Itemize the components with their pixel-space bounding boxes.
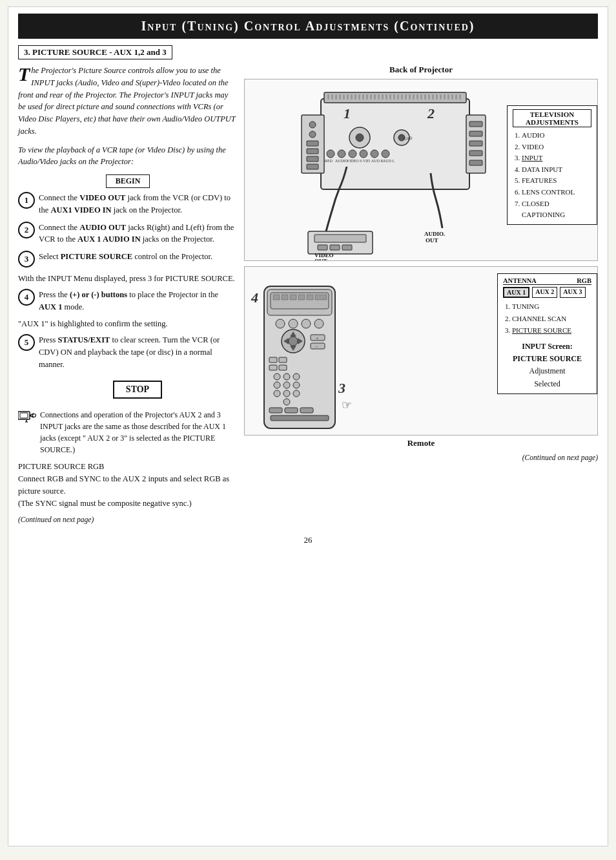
- rgb-text: PICTURE SOURCE RGB Connect RGB and SYNC …: [18, 461, 238, 509]
- note-svg-icon: [18, 409, 36, 423]
- svg-rect-28: [401, 94, 403, 100]
- note-text: Connections and operation of the Project…: [40, 409, 238, 456]
- tv-adj-item-6: LENS CONTROL: [522, 187, 591, 198]
- svg-rect-36: [432, 94, 434, 100]
- svg-rect-108: [311, 343, 325, 349]
- svg-point-118: [283, 382, 290, 388]
- remote-diagram: 4: [244, 266, 598, 435]
- svg-rect-22: [378, 94, 380, 100]
- svg-point-122: [293, 390, 300, 397]
- svg-text:OUT: OUT: [314, 258, 327, 260]
- page-header: Input (Tuning) Control Adjustments (Cont…: [18, 14, 598, 39]
- svg-rect-35: [428, 94, 430, 100]
- svg-rect-52: [469, 121, 482, 127]
- svg-point-4: [33, 414, 36, 417]
- svg-rect-79: [330, 245, 340, 250]
- svg-rect-53: [469, 131, 482, 136]
- intro-paragraph: The Projector's Picture Source controls …: [18, 65, 238, 138]
- svg-rect-38: [440, 94, 442, 100]
- aux3-box: AUX 3: [560, 287, 585, 298]
- svg-rect-17: [358, 94, 360, 100]
- svg-rect-126: [300, 408, 313, 413]
- step-circle-1: 1: [18, 192, 35, 209]
- page: Input (Tuning) Control Adjustments (Cont…: [8, 6, 608, 846]
- tv-adj-item-1: AUDIO: [522, 130, 591, 142]
- svg-point-101: [289, 337, 298, 346]
- note-block: Connections and operation of the Project…: [18, 409, 238, 456]
- svg-point-120: [274, 390, 280, 397]
- svg-rect-78: [318, 245, 327, 250]
- svg-rect-49: [307, 156, 318, 162]
- begin-label: BEGIN: [116, 176, 141, 185]
- svg-text:AUD L: AUD L: [383, 159, 395, 163]
- tv-adj-item-4: DATA INPUT: [522, 164, 591, 176]
- svg-rect-111: [279, 357, 287, 362]
- antenna-panel: ANTENNA RGB AUX 1 AUX 2 AUX 3 TUNING CHA…: [497, 273, 597, 394]
- svg-rect-54: [469, 141, 482, 146]
- svg-rect-124: [269, 408, 282, 413]
- input-screen-line4: Selected: [534, 379, 560, 388]
- step-text-2: Connect the AUDIO OUT jacks R(ight) and …: [39, 222, 238, 246]
- continued-left: (Continued on next page): [18, 516, 238, 523]
- step-text-3: Select PICTURE SOURCE control on the Pro…: [39, 251, 212, 263]
- aux1-confirm: "AUX 1" is highlighted to confirm the se…: [18, 318, 238, 330]
- continued-right: (Continued on next page): [244, 454, 598, 461]
- stop-label: STOP: [126, 384, 149, 394]
- step-text-1: Connect the VIDEO OUT jack from the VCR …: [39, 192, 238, 216]
- ant-title-row: ANTENNA RGB: [503, 277, 591, 285]
- svg-rect-125: [285, 408, 298, 413]
- step-2: 2 Connect the AUDIO OUT jacks R(ight) an…: [18, 222, 238, 246]
- svg-point-121: [283, 390, 290, 397]
- svg-text:S-VID: S-VID: [360, 159, 371, 163]
- svg-point-99: [314, 319, 323, 328]
- svg-point-58: [356, 134, 364, 142]
- svg-rect-25: [389, 94, 391, 100]
- remote-svg: 4: [245, 267, 413, 435]
- svg-text:OUT: OUT: [426, 237, 438, 244]
- step-num-4: 4: [25, 292, 29, 302]
- intro-text-2: To view the playback of a VCR tape (or V…: [18, 145, 226, 167]
- input-screen-box: INPUT Screen: PICTURE SOURCE Adjustment …: [503, 341, 591, 390]
- svg-point-66: [371, 150, 378, 158]
- svg-point-45: [309, 121, 316, 128]
- svg-point-62: [327, 150, 334, 158]
- svg-rect-14: [347, 94, 349, 100]
- svg-rect-20: [370, 94, 372, 100]
- svg-rect-12: [339, 94, 341, 100]
- svg-rect-112: [269, 365, 277, 370]
- svg-rect-80: [342, 245, 352, 250]
- tv-adj-list: AUDIO VIDEO INPUT DATA INPUT FEATURES LE…: [522, 130, 591, 221]
- begin-box: BEGIN: [106, 174, 150, 188]
- svg-text:☞: ☞: [342, 399, 352, 412]
- svg-rect-91: [282, 295, 288, 300]
- svg-rect-24: [385, 94, 387, 100]
- svg-text:VIDEO: VIDEO: [347, 159, 359, 163]
- svg-rect-9: [327, 94, 329, 100]
- ant-list: TUNING CHANNEL SCAN PICTURE SOURCE: [512, 300, 591, 337]
- step-circle-2: 2: [18, 222, 35, 238]
- left-column: The Projector's Picture Source controls …: [18, 65, 238, 523]
- rgb-label: RGB: [577, 277, 591, 284]
- svg-point-96: [276, 319, 285, 328]
- svg-text:3: 3: [338, 380, 345, 396]
- svg-point-115: [283, 373, 290, 380]
- svg-rect-1: [20, 413, 28, 418]
- svg-rect-18: [362, 94, 364, 100]
- svg-rect-40: [447, 94, 449, 100]
- svg-point-97: [289, 319, 298, 328]
- svg-rect-27: [397, 94, 399, 100]
- header-title: Input (Tuning) Control Adjustments (Cont…: [141, 19, 475, 33]
- remote-label: Remote: [244, 438, 598, 448]
- svg-text:RED: RED: [325, 159, 333, 163]
- svg-rect-29: [405, 94, 407, 100]
- step-circle-5: 5: [18, 334, 35, 351]
- svg-text:1: 1: [344, 105, 351, 121]
- step-num-5: 5: [25, 337, 29, 348]
- step-3: 3 Select PICTURE SOURCE control on the P…: [18, 251, 238, 267]
- svg-rect-47: [307, 141, 318, 146]
- svg-rect-37: [436, 94, 438, 100]
- aux1-box: AUX 1: [503, 287, 529, 298]
- ant-item-2: CHANNEL SCAN: [512, 313, 591, 325]
- intro-paragraph-2: To view the playback of a VCR tape (or V…: [18, 144, 238, 169]
- right-column: Back of Projector: [244, 65, 598, 461]
